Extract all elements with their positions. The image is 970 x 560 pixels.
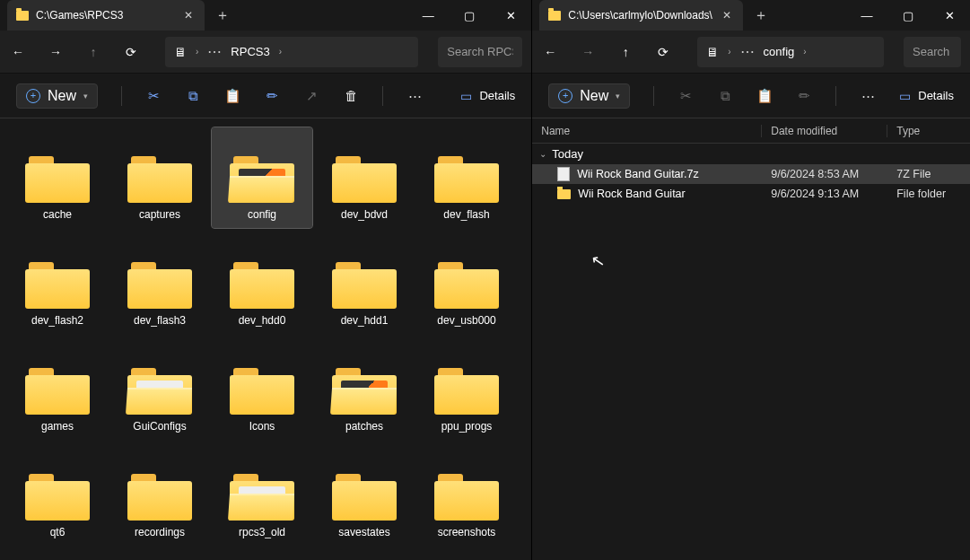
titlebar[interactable]: C:\Users\carlmylo\Downloads\ ✕ ＋ — ▢ ✕ bbox=[532, 0, 970, 31]
folder-item[interactable]: cache bbox=[7, 127, 108, 228]
folder-item[interactable]: ppu_progs bbox=[416, 339, 517, 440]
folder-item[interactable]: dev_flash3 bbox=[109, 233, 210, 334]
separator bbox=[835, 86, 836, 106]
folder-item[interactable]: qt6 bbox=[7, 445, 108, 546]
folder-item[interactable]: recordings bbox=[109, 445, 210, 546]
group-header[interactable]: ⌄ Today bbox=[532, 144, 970, 164]
folder-icon bbox=[434, 156, 499, 203]
folder-item[interactable]: screenshots bbox=[416, 445, 517, 546]
copy-icon[interactable]: ⧉ bbox=[185, 88, 201, 104]
separator bbox=[653, 86, 654, 106]
search-input[interactable]: Search co bbox=[904, 37, 961, 67]
tab-close-icon[interactable]: ✕ bbox=[181, 9, 196, 22]
chevron-icon[interactable]: › bbox=[196, 47, 198, 57]
file-type: 7Z File bbox=[887, 168, 970, 180]
tab[interactable]: C:\Users\carlmylo\Downloads\ ✕ bbox=[539, 0, 743, 31]
folder-item[interactable]: games bbox=[7, 339, 108, 440]
overflow-icon[interactable]: ⋯ bbox=[207, 43, 222, 60]
tab-title: C:\Users\carlmylo\Downloads\ bbox=[568, 9, 712, 22]
details-toggle[interactable]: ▭ Details bbox=[899, 89, 954, 103]
maximize-button[interactable]: ▢ bbox=[887, 0, 929, 31]
delete-icon[interactable]: 🗑 bbox=[343, 88, 359, 103]
folder-item[interactable]: Icons bbox=[212, 339, 312, 440]
folder-grid[interactable]: cachecapturesconfigdev_bdvddev_flashdev_… bbox=[0, 118, 531, 560]
folder-icon bbox=[127, 262, 192, 309]
folder-icon bbox=[557, 189, 571, 199]
folder-item[interactable]: dev_usb000 bbox=[416, 233, 517, 334]
maximize-button[interactable]: ▢ bbox=[449, 0, 490, 31]
forward-button[interactable]: → bbox=[579, 45, 597, 59]
details-toggle[interactable]: ▭ Details bbox=[460, 89, 515, 103]
folder-item[interactable]: dev_flash bbox=[416, 127, 517, 228]
folder-label: GuiConfigs bbox=[133, 420, 186, 433]
minimize-button[interactable]: — bbox=[846, 0, 887, 31]
breadcrumb-segment[interactable]: RPCS3 bbox=[231, 45, 269, 58]
list-header[interactable]: Name Date modified Type bbox=[532, 118, 970, 144]
up-button[interactable]: ↑ bbox=[616, 45, 634, 59]
column-header-name[interactable]: Name bbox=[532, 125, 762, 137]
details-label: Details bbox=[479, 89, 515, 102]
folder-icon bbox=[434, 368, 499, 415]
file-name: Wii Rock Band Guitar.7z bbox=[577, 168, 698, 180]
column-header-date[interactable]: Date modified bbox=[762, 125, 887, 137]
file-name: Wii Rock Band Guitar bbox=[578, 188, 685, 200]
forward-button[interactable]: → bbox=[47, 45, 65, 59]
more-icon[interactable]: ⋯ bbox=[406, 88, 423, 104]
cut-icon[interactable]: ✂ bbox=[145, 88, 162, 104]
folder-item[interactable]: config bbox=[212, 127, 312, 228]
rename-icon: ✏ bbox=[796, 88, 812, 104]
cut-icon: ✂ bbox=[677, 88, 694, 104]
address-bar[interactable]: 🖥 › ⋯ config › bbox=[697, 37, 884, 67]
pc-icon: 🖥 bbox=[174, 45, 187, 59]
folder-item[interactable]: dev_flash2 bbox=[7, 233, 108, 334]
chevron-icon[interactable]: › bbox=[803, 47, 806, 57]
folder-icon bbox=[127, 474, 192, 521]
folder-label: dev_usb000 bbox=[437, 314, 495, 327]
folder-item[interactable]: dev_hdd1 bbox=[314, 233, 415, 334]
overflow-icon[interactable]: ⋯ bbox=[740, 43, 755, 60]
chevron-icon[interactable]: › bbox=[279, 47, 282, 57]
refresh-button[interactable]: ⟳ bbox=[122, 45, 140, 59]
tab[interactable]: C:\Games\RPCS3 ✕ bbox=[7, 0, 205, 31]
back-button[interactable]: ← bbox=[9, 45, 27, 59]
new-button[interactable]: + New ▾ bbox=[548, 83, 630, 109]
search-input[interactable]: Search RPCS3 bbox=[438, 37, 522, 67]
folder-label: games bbox=[41, 420, 74, 433]
list-row[interactable]: Wii Rock Band Guitar.7z9/6/2024 8:53 AM7… bbox=[532, 164, 970, 184]
pc-icon: 🖥 bbox=[706, 45, 719, 59]
address-bar[interactable]: 🖥 › ⋯ RPCS3 › bbox=[165, 37, 418, 67]
new-tab-button[interactable]: ＋ bbox=[205, 6, 240, 25]
folder-label: dev_flash bbox=[443, 208, 489, 221]
folder-item[interactable]: dev_hdd0 bbox=[212, 233, 312, 334]
new-button[interactable]: + New ▾ bbox=[16, 83, 98, 109]
breadcrumb-segment[interactable]: config bbox=[764, 45, 795, 58]
new-tab-button[interactable]: ＋ bbox=[743, 6, 779, 25]
refresh-button[interactable]: ⟳ bbox=[654, 45, 672, 59]
folder-item[interactable]: patches bbox=[314, 339, 415, 440]
share-icon[interactable]: ↗ bbox=[303, 88, 319, 104]
up-button[interactable]: ↑ bbox=[84, 45, 102, 59]
tab-title: C:\Games\RPCS3 bbox=[36, 9, 174, 22]
folder-item[interactable]: rpcs3_old bbox=[212, 445, 312, 546]
rename-icon[interactable]: ✏ bbox=[264, 88, 280, 104]
more-icon[interactable]: ⋯ bbox=[860, 88, 876, 104]
folder-icon bbox=[332, 368, 397, 415]
column-header-type[interactable]: Type bbox=[887, 125, 970, 137]
new-label: New bbox=[580, 88, 608, 104]
titlebar[interactable]: C:\Games\RPCS3 ✕ ＋ — ▢ ✕ bbox=[0, 0, 531, 31]
copy-icon: ⧉ bbox=[717, 88, 733, 104]
folder-item[interactable]: captures bbox=[109, 127, 210, 228]
paste-icon[interactable]: 📋 bbox=[224, 88, 240, 104]
folder-item[interactable]: dev_bdvd bbox=[314, 127, 415, 228]
file-list[interactable]: ⌄ Today Wii Rock Band Guitar.7z9/6/2024 … bbox=[532, 144, 970, 560]
close-button[interactable]: ✕ bbox=[490, 0, 531, 31]
folder-item[interactable]: GuiConfigs bbox=[109, 339, 210, 440]
tab-close-icon[interactable]: ✕ bbox=[720, 9, 734, 22]
chevron-icon[interactable]: › bbox=[728, 47, 730, 57]
back-button[interactable]: ← bbox=[541, 45, 559, 59]
folder-item[interactable]: savestates bbox=[314, 445, 415, 546]
folder-label: rpcs3_old bbox=[239, 526, 285, 538]
minimize-button[interactable]: — bbox=[407, 0, 449, 31]
list-row[interactable]: Wii Rock Band Guitar9/6/2024 9:13 AMFile… bbox=[532, 184, 970, 204]
close-button[interactable]: ✕ bbox=[929, 0, 970, 31]
